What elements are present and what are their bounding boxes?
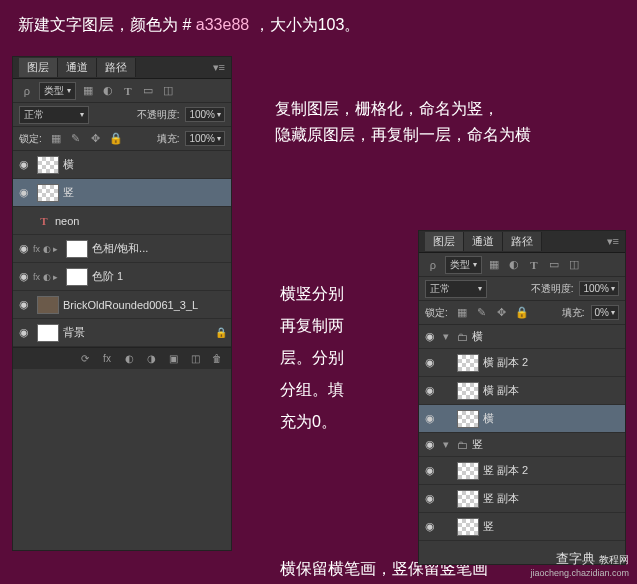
layer-row[interactable]: ◉竖 副本 2 [419,457,625,485]
filter-smart-icon[interactable]: ◫ [160,83,176,99]
visibility-icon[interactable]: ◉ [421,492,439,505]
layer-row[interactable]: ◉fx ◐ ▸色阶 1 [13,263,231,291]
visibility-icon[interactable]: ◉ [421,384,439,397]
search-icon[interactable]: ρ [425,257,441,273]
lock-pixels-icon[interactable]: ✎ [474,305,490,321]
mask-icon[interactable]: ◐ [121,351,137,367]
filter-kind-select[interactable]: 类型▾ [39,82,76,100]
layer-name[interactable]: 竖 副本 2 [483,463,623,478]
folder-toggle-icon[interactable]: ▾ [443,438,449,451]
group-name[interactable]: 竖 [472,437,623,452]
filter-shape-icon[interactable]: ▭ [546,257,562,273]
group-name[interactable]: 横 [472,329,623,344]
layer-thumb [37,296,59,314]
blend-mode-select[interactable]: 正常▾ [19,106,89,124]
tab-channels[interactable]: 通道 [58,58,97,77]
filter-pixel-icon[interactable]: ▦ [80,83,96,99]
filter-adjust-icon[interactable]: ◐ [100,83,116,99]
link-icon[interactable]: ⟳ [77,351,93,367]
panel-menu-icon[interactable]: ▾≡ [213,61,225,74]
blend-mode-select[interactable]: 正常▾ [425,280,487,298]
visibility-icon[interactable]: ◉ [15,242,33,255]
title-post: ，大小为103。 [249,16,360,33]
layer-name[interactable]: 竖 副本 [483,491,623,506]
visibility-icon[interactable]: ◉ [15,270,33,283]
visibility-icon[interactable]: ◉ [421,464,439,477]
visibility-icon[interactable]: ◉ [421,330,439,343]
layer-row[interactable]: ◉fx ◐ ▸色相/饱和... [13,235,231,263]
lock-position-icon[interactable]: ✥ [88,131,104,147]
opacity-value[interactable]: 100%▾ [579,281,619,296]
lock-row: 锁定: ▦ ✎ ✥ 🔒 填充: 100%▾ [13,127,231,151]
visibility-icon[interactable]: ◉ [15,298,33,311]
layer-row[interactable]: ◉横 副本 [419,377,625,405]
layer-row[interactable]: ◉竖 [13,179,231,207]
fx-icon[interactable]: fx [99,351,115,367]
panel-header: 图层 通道 路径 ▾≡ [419,231,625,253]
lock-all-icon[interactable]: 🔒 [108,131,124,147]
group-row[interactable]: ◉▾🗀竖 [419,433,625,457]
layer-name[interactable]: 横 [483,411,623,426]
filter-shape-icon[interactable]: ▭ [140,83,156,99]
note-duplicate-group: 横竖分别 再复制两 层。分别 分组。填 充为0。 [280,278,344,438]
tab-layers[interactable]: 图层 [425,232,464,251]
layer-thumb [37,324,59,342]
opacity-value[interactable]: 100%▾ [185,107,225,122]
group-row[interactable]: ◉▾🗀横 [419,325,625,349]
tab-paths[interactable]: 路径 [97,58,136,77]
layer-row[interactable]: ◉横 [13,151,231,179]
new-layer-icon[interactable]: ◫ [187,351,203,367]
lock-row: 锁定: ▦ ✎ ✥ 🔒 填充: 0%▾ [419,301,625,325]
filter-smart-icon[interactable]: ◫ [566,257,582,273]
filter-text-icon[interactable]: T [120,83,136,99]
fill-label: 填充: [157,132,180,146]
search-icon[interactable]: ρ [19,83,35,99]
fill-value[interactable]: 0%▾ [591,305,619,320]
visibility-icon[interactable]: ◉ [15,186,33,199]
layer-name[interactable]: 横 副本 2 [483,355,623,370]
visibility-icon[interactable]: ◉ [15,326,33,339]
tab-layers[interactable]: 图层 [19,58,58,77]
group-icon[interactable]: ▣ [165,351,181,367]
layer-row[interactable]: ◉竖 副本 [419,485,625,513]
trash-icon[interactable]: 🗑 [209,351,225,367]
layer-name[interactable]: 色相/饱和... [92,241,229,256]
opacity-label: 不透明度: [531,282,574,296]
layer-row[interactable]: Tneon [13,207,231,235]
layer-name[interactable]: 竖 [483,519,623,534]
layer-name[interactable]: BrickOldRounded0061_3_L [63,299,229,311]
lock-all-icon[interactable]: 🔒 [514,305,530,321]
filter-adjust-icon[interactable]: ◐ [506,257,522,273]
panel-menu-icon[interactable]: ▾≡ [607,235,619,248]
layer-row[interactable]: ◉BrickOldRounded0061_3_L [13,291,231,319]
visibility-icon[interactable]: ◉ [421,356,439,369]
filter-text-icon[interactable]: T [526,257,542,273]
tab-channels[interactable]: 通道 [464,232,503,251]
layer-row[interactable]: ◉背景🔒 [13,319,231,347]
layer-row[interactable]: ◉竖 [419,513,625,541]
layer-row[interactable]: ◉横 [419,405,625,433]
lock-transparent-icon[interactable]: ▦ [48,131,64,147]
lock-pixels-icon[interactable]: ✎ [68,131,84,147]
layer-name[interactable]: 背景 [63,325,215,340]
visibility-icon[interactable]: ◉ [421,438,439,451]
lock-position-icon[interactable]: ✥ [494,305,510,321]
layer-name[interactable]: 横 [63,157,229,172]
fill-value[interactable]: 100%▾ [185,131,225,146]
lock-label: 锁定: [19,132,42,146]
lock-transparent-icon[interactable]: ▦ [454,305,470,321]
tab-paths[interactable]: 路径 [503,232,542,251]
layer-row[interactable]: ◉横 副本 2 [419,349,625,377]
folder-toggle-icon[interactable]: ▾ [443,330,449,343]
layer-name[interactable]: 色阶 1 [92,269,229,284]
layer-name[interactable]: 横 副本 [483,383,623,398]
visibility-icon[interactable]: ◉ [421,520,439,533]
visibility-icon[interactable]: ◉ [15,158,33,171]
filter-kind-select[interactable]: 类型▾ [445,256,482,274]
visibility-icon[interactable]: ◉ [421,412,439,425]
layer-thumb [66,240,88,258]
layer-name[interactable]: 竖 [63,185,229,200]
adjustment-icon[interactable]: ◑ [143,351,159,367]
filter-pixel-icon[interactable]: ▦ [486,257,502,273]
layer-name[interactable]: neon [55,215,229,227]
